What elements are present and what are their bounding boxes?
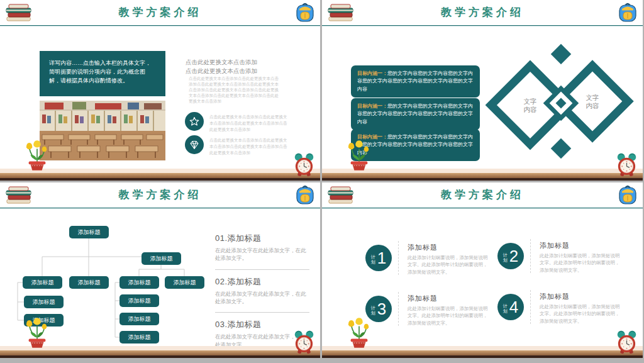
classroom-photo <box>40 101 165 160</box>
dashed-divider <box>398 292 399 326</box>
text-heading-line1: 点击此处更换文本点击添加 <box>186 58 318 67</box>
plan-body: 此处添加计划纲要说明，添加简短说明文字。此处添加明年计划的纲要说明，添加简短说明… <box>408 254 489 276</box>
plan-title: 添加标题 <box>540 292 621 301</box>
text-heading-line2: 点击此处更换文本点击添加 <box>186 67 318 75</box>
header-divider <box>322 25 643 26</box>
plan-body: 此处添加计划纲要说明，添加简短说明文字。此处添加明年计划的纲要说明，添加简短说明… <box>408 305 489 327</box>
backpack-icon <box>296 2 314 23</box>
header-divider <box>0 208 320 209</box>
org-node-c2: 添加标题 <box>119 313 159 325</box>
plan-title: 添加标题 <box>408 294 489 303</box>
slide-header: 教学方案介绍 <box>0 0 320 25</box>
text-heading: 点击此处更换文本点击添加 点击此处更换文本点击添加 <box>186 58 318 75</box>
goal-banner-2: 目标内涵一：您的文字内容您的文字内容您的文字内容您的文字内容您的文字内容您的文字… <box>351 98 480 130</box>
text-paragraph: 点击此处更换文本点击添加点击此处更换文本点击添加点击此处更换文本点击添加点击此处… <box>189 76 280 104</box>
flower-pot-icon <box>24 318 50 348</box>
plan-item-3: 添加标题 此处添加计划纲要说明，添加简短说明文字。此处添加明年计划的纲要说明，添… <box>408 294 489 327</box>
diamond-graphic <box>484 42 638 167</box>
dashed-divider <box>530 290 531 324</box>
plan-number: 2 <box>509 243 518 269</box>
slide-header: 教学方案介绍 <box>322 0 643 25</box>
callout-box: 详写内容……点击输入本栏的具体文字，简明扼要的说明分项内容，此为概念图解，请根据… <box>40 51 165 96</box>
slide-title: 教学方案介绍 <box>0 182 320 208</box>
list-item-body: 在此处添加文字在此处添加文字，在此处添加文字。 <box>215 247 309 262</box>
plan-badge-1: 计划 1 <box>365 245 392 271</box>
dashed-divider <box>398 241 399 275</box>
banner-label: 目标内涵一： <box>357 70 387 76</box>
plan-label: 计划 <box>371 255 377 265</box>
org-node-c3: 添加标题 <box>119 331 159 343</box>
plan-number: 1 <box>377 245 386 271</box>
banner-label: 目标内涵一： <box>357 103 387 109</box>
plan-label: 计划 <box>503 304 509 314</box>
backpack-icon <box>618 2 637 23</box>
plan-number: 4 <box>509 294 518 320</box>
org-node-c: 添加标题 <box>119 276 159 289</box>
header-divider <box>0 25 320 26</box>
goal-banner-1: 目标内涵一：您的文字内容您的文字内容您的文字内容您的文字内容您的文字内容您的文字… <box>351 65 480 98</box>
plan-label: 计划 <box>371 306 377 316</box>
flower-pot-icon <box>346 318 372 348</box>
slide-title: 教学方案介绍 <box>322 182 643 208</box>
diamond-label-right: 文字内容 <box>584 94 601 110</box>
list-item-title: 01.添加标题 <box>215 233 309 244</box>
slide-title: 教学方案介绍 <box>322 0 643 25</box>
plan-label: 计划 <box>503 253 509 263</box>
bullet-text-2: 点击此处更换文本点击添加点击此处更换文本点击添加点击此处更换文本点击添加点击此处… <box>209 137 290 156</box>
slide-3-thumbnail[interactable]: 教学方案介绍 添加标题 添加标题 添加标题 添加标题 添加标题 添加标题 添加标… <box>0 182 320 358</box>
list-item-body: 在此处添加文字在此处添加文字，在此处添加文字。 <box>215 290 309 306</box>
org-node-l2: 添加标题 <box>142 252 181 265</box>
plan-body: 此处添加计划纲要说明，添加简短说明文字。此处添加明年计划的纲要说明，添加简短说明… <box>540 252 621 274</box>
flower-pot-icon <box>24 140 50 170</box>
slide-grid: 教学方案介绍 详写内容……点击输入本栏的具体文字，简明扼要的说明分项内容，此为概… <box>0 0 644 358</box>
plan-badge-2: 计划 2 <box>497 243 524 269</box>
alarm-clock-icon <box>616 152 638 177</box>
star-icon <box>185 112 204 131</box>
plan-number: 3 <box>377 296 386 322</box>
slide-1-thumbnail[interactable]: 教学方案介绍 详写内容……点击输入本栏的具体文字，简明扼要的说明分项内容，此为概… <box>0 0 320 181</box>
alarm-clock-icon <box>293 152 315 177</box>
plan-item-2: 添加标题 此处添加计划纲要说明，添加简短说明文字。此处添加明年计划的纲要说明，添… <box>540 241 621 274</box>
backpack-icon <box>618 184 637 206</box>
slide-2-thumbnail[interactable]: 教学方案介绍 目标内涵一：您的文字内容您的文字内容您的文字内容您的文字内容您的文… <box>322 0 643 181</box>
slide-4-thumbnail[interactable]: 教学方案介绍 计划 1 添加标题 此处添加计划纲要说明，添加简短说明文字。此处添… <box>322 182 643 358</box>
org-node-a1: 添加标题 <box>24 296 64 308</box>
plan-badge-4: 计划 4 <box>497 294 524 320</box>
org-node-d: 添加标题 <box>165 276 204 289</box>
diamond-label-left: 文字内容 <box>522 98 538 114</box>
slide-title: 教学方案介绍 <box>0 0 320 25</box>
plan-item-4: 添加标题 此处添加计划纲要说明，添加简短说明文字。此处添加明年计划的纲要说明，添… <box>540 292 621 325</box>
alarm-clock-icon <box>293 329 315 355</box>
bullet-text-1: 点击此处更换文本点击添加点击此处更换文本点击添加点击此处更换文本点击添加点击此处… <box>209 114 290 133</box>
slide-header: 教学方案介绍 <box>322 182 643 208</box>
plan-item-1: 添加标题 此处添加计划纲要说明，添加简短说明文字。此处添加明年计划的纲要说明，添… <box>408 243 489 276</box>
list-item-title: 02.添加标题 <box>215 276 309 288</box>
org-node-a: 添加标题 <box>23 276 62 289</box>
header-divider <box>322 208 643 209</box>
backpack-icon <box>296 184 314 206</box>
gem-icon <box>185 135 204 154</box>
alarm-clock-icon <box>616 329 638 355</box>
flower-pot-icon <box>346 140 372 170</box>
list-item-1: 01.添加标题 在此处添加文字在此处添加文字，在此处添加文字。 <box>215 233 309 270</box>
org-node-root: 添加标题 <box>69 226 109 238</box>
plan-body: 此处添加计划纲要说明，添加简短说明文字。此处添加明年计划的纲要说明，添加简短说明… <box>540 303 621 325</box>
org-node-c1: 添加标题 <box>119 294 159 307</box>
plan-title: 添加标题 <box>540 241 621 250</box>
slide-header: 教学方案介绍 <box>0 182 320 208</box>
org-node-b: 添加标题 <box>69 276 109 289</box>
banner-label: 目标内涵一： <box>357 134 387 140</box>
dashed-divider <box>530 239 531 273</box>
plan-title: 添加标题 <box>408 243 489 252</box>
list-item-2: 02.添加标题 在此处添加文字在此处添加文字，在此处添加文字。 <box>215 276 309 313</box>
